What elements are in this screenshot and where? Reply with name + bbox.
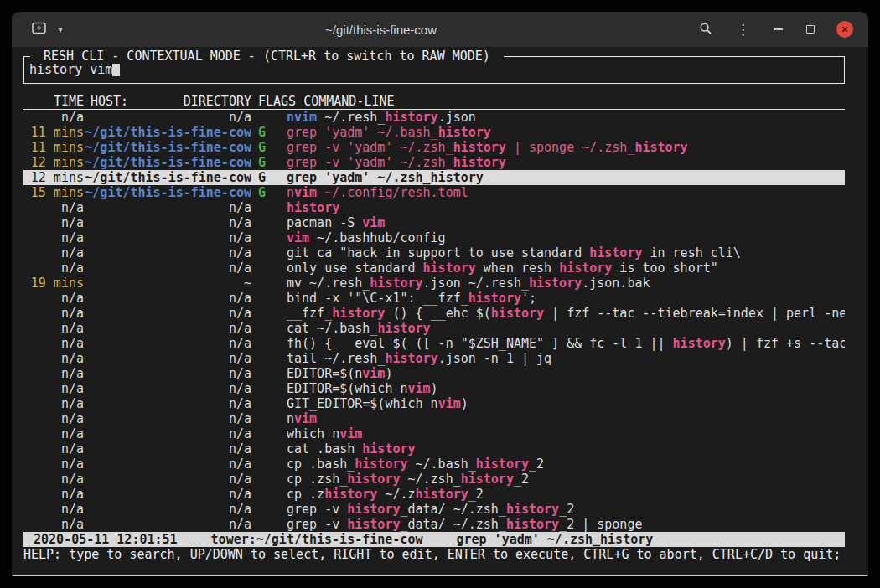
row-time: 12 mins	[23, 170, 84, 185]
row-host-directory: n/a	[84, 336, 251, 351]
close-button[interactable]: ✕	[836, 21, 853, 38]
new-tab-button[interactable]	[30, 20, 48, 39]
row-flags	[251, 456, 283, 472]
table-row[interactable]: n/an/agrep -v history_data/ ~/.zsh_histo…	[23, 517, 845, 532]
row-flags	[251, 230, 283, 245]
row-flags	[251, 321, 283, 336]
row-flags	[251, 245, 283, 260]
kebab-menu-icon: ⋮	[736, 23, 750, 37]
row-flags: G	[251, 125, 283, 140]
row-host-directory: n/a	[84, 411, 251, 426]
header-flags: FLAGS	[258, 94, 296, 109]
row-command: grep -v 'yadm' ~/.zsh_history	[283, 155, 845, 170]
row-host-directory: n/a	[84, 306, 251, 321]
table-row[interactable]: n/an/a__fzf_history () { __ehc $(history…	[23, 306, 845, 321]
row-host-directory: n/a	[84, 426, 251, 441]
table-row[interactable]: n/an/ahistory	[23, 200, 845, 215]
table-row[interactable]: n/an/avim ~/.bashhub/config	[23, 230, 845, 245]
row-time: n/a	[23, 110, 84, 125]
table-row[interactable]: n/an/aGIT_EDITOR=$(which nvim)	[23, 396, 845, 411]
table-row[interactable]: n/an/acp .zhistory ~/.zhistory_2	[23, 487, 845, 502]
row-host-directory: n/a	[84, 215, 251, 230]
titlebar-right-group: ⋮ ✕	[697, 20, 853, 39]
table-row[interactable]: n/an/afh() { eval $( ([ -n "$ZSH_NAME" ]…	[23, 336, 845, 351]
text-cursor	[112, 63, 120, 76]
header-host-directory: HOST: DIRECTORY	[84, 94, 251, 109]
row-flags: G	[251, 185, 283, 200]
status-datetime: 2020-05-11 12:01:51	[34, 532, 178, 547]
row-command: nvim ~/.resh_history.json	[283, 110, 845, 125]
restore-icon	[806, 25, 815, 34]
table-row[interactable]: n/an/atail ~/.resh_history.json -n 1 | j…	[23, 351, 845, 366]
table-row[interactable]: n/an/anvim ~/.resh_history.json	[23, 110, 845, 125]
row-time: n/a	[23, 502, 84, 517]
row-host-directory: ~/git/this-is-fine-cow	[84, 125, 251, 140]
row-command: nvim	[283, 411, 845, 426]
row-flags	[251, 260, 283, 276]
minimize-icon	[774, 28, 783, 30]
row-flags	[251, 306, 283, 321]
table-row[interactable]: 12 mins~/git/this-is-fine-cowGgrep -v 'y…	[23, 155, 845, 170]
row-host-directory: n/a	[84, 366, 251, 381]
table-row[interactable]: n/an/apacman -S vim	[23, 215, 845, 230]
row-flags	[251, 276, 283, 291]
table-row[interactable]: 12 mins~/git/this-is-fine-cowGgrep 'yadm…	[23, 170, 845, 185]
resh-search-box[interactable]: RESH CLI - CONTEXTUAL MODE - (CTRL+R to …	[23, 56, 845, 84]
row-time: n/a	[23, 260, 84, 276]
row-flags	[251, 441, 283, 456]
table-row[interactable]: n/an/aEDITOR=$(nvim)	[23, 366, 845, 381]
row-host-directory: n/a	[84, 517, 251, 532]
tab-dropdown-button[interactable]: ▾	[56, 22, 65, 37]
table-row[interactable]: 11 mins~/git/this-is-fine-cowGgrep 'yadm…	[23, 125, 845, 140]
minimize-button[interactable]	[772, 27, 784, 32]
terminal-window: ▾ ~/git/this-is-fine-cow ⋮	[12, 12, 868, 576]
row-command: vim ~/.bashhub/config	[283, 230, 845, 245]
search-button[interactable]	[697, 20, 714, 39]
row-host-directory: ~	[84, 276, 251, 291]
desktop-background: ▾ ~/git/this-is-fine-cow ⋮	[0, 0, 880, 588]
table-row[interactable]: n/an/acat ~/.bash_history	[23, 321, 845, 336]
table-row[interactable]: n/an/awhich nvim	[23, 426, 845, 441]
table-row[interactable]: n/an/agrep -v history_data/ ~/.zsh_histo…	[23, 502, 845, 517]
table-row[interactable]: n/an/acat .bash_history	[23, 441, 845, 456]
close-icon: ✕	[841, 25, 848, 34]
table-row[interactable]: n/an/acp .zsh_history ~/.zsh_history_2	[23, 472, 845, 487]
search-input[interactable]: history vim	[29, 62, 120, 77]
row-flags: G	[251, 170, 283, 185]
row-time: n/a	[23, 487, 84, 502]
new-tab-icon	[32, 22, 46, 37]
row-time: n/a	[23, 245, 84, 260]
search-icon	[699, 22, 712, 38]
row-command: tail ~/.resh_history.json -n 1 | jq	[283, 351, 845, 366]
row-command: grep 'yadm' ~/.bash_history	[283, 125, 845, 140]
mode-label: RESH CLI - CONTEXTUAL MODE - (CTRL+R to …	[30, 49, 504, 64]
row-time: n/a	[23, 291, 84, 306]
row-time: n/a	[23, 366, 84, 381]
header-command: COMMAND-LINE	[303, 94, 394, 109]
table-row[interactable]: 15 mins~/git/this-is-fine-cowGnvim ~/.co…	[23, 185, 845, 200]
table-row[interactable]: n/an/acp .bash_history ~/.bash_history_2	[23, 456, 845, 472]
row-command: which nvim	[283, 426, 845, 441]
row-flags: G	[251, 140, 283, 155]
row-host-directory: n/a	[84, 381, 251, 396]
restore-button[interactable]	[805, 23, 816, 35]
row-command: pacman -S vim	[283, 215, 845, 230]
table-row[interactable]: n/an/abind -x '"\C-x1": __fzf_history';	[23, 291, 845, 306]
row-command: nvim ~/.config/resh.toml	[283, 185, 845, 200]
row-host-directory: n/a	[84, 351, 251, 366]
row-command: cp .bash_history ~/.bash_history_2	[283, 456, 845, 472]
row-host-directory: ~/git/this-is-fine-cow	[84, 185, 251, 200]
row-host-directory: n/a	[84, 110, 251, 125]
table-row[interactable]: n/an/aEDITOR=$(which nvim)	[23, 381, 845, 396]
menu-button[interactable]: ⋮	[734, 21, 752, 39]
caret-down-icon: ▾	[58, 23, 63, 35]
table-row[interactable]: 11 mins~/git/this-is-fine-cowGgrep -v 'y…	[23, 140, 845, 155]
help-line: HELP: type to search, UP/DOWN to select,…	[23, 547, 845, 562]
row-command: cp .zsh_history ~/.zsh_history_2	[283, 472, 845, 487]
table-row[interactable]: n/an/agit ca "hack in support to use sta…	[23, 245, 845, 260]
row-command: mv ~/.resh_history.json ~/.resh_history.…	[283, 276, 845, 291]
table-row[interactable]: n/an/anvim	[23, 411, 845, 426]
row-time: n/a	[23, 426, 84, 441]
table-row[interactable]: 19 mins~mv ~/.resh_history.json ~/.resh_…	[23, 276, 845, 291]
table-row[interactable]: n/an/aonly use standard history when res…	[23, 260, 845, 276]
